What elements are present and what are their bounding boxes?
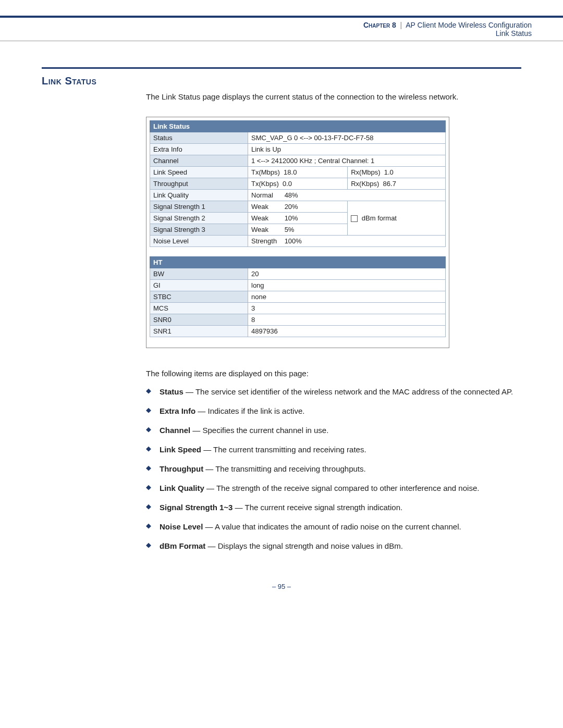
ht-row-label: GI [150, 280, 248, 291]
list-item: Extra Info — Indicates if the link is ac… [146, 405, 521, 416]
link-quality-value: Normal 48% [248, 190, 446, 201]
item-term: Throughput [160, 464, 203, 473]
item-desc: — The current receive signal strength in… [232, 503, 402, 512]
ss2-pct: 10% [285, 214, 298, 222]
dbm-label: dBm format [362, 214, 397, 222]
link-quality-label: Link Quality [150, 190, 248, 201]
ht-row-value: none [248, 291, 446, 303]
link-status-panel: Link Status Status SMC_VAP_G 0 <--> 00-1… [146, 117, 449, 348]
dbm-checkbox[interactable] [351, 215, 358, 222]
noise-value: Strength 100% [248, 236, 446, 247]
link-quality-q: Normal [251, 191, 283, 199]
item-desc: — The transmitting and receiving through… [203, 464, 366, 473]
item-term: Extra Info [160, 406, 195, 415]
ht-row-label: SNR0 [150, 314, 248, 326]
item-term: Channel [160, 426, 190, 435]
list-item: Signal Strength 1~3 — The current receiv… [146, 502, 521, 513]
ss2-q: Weak [251, 214, 283, 222]
ss2-value: Weak 10% [248, 213, 348, 224]
list-item: Throughput — The transmitting and receiv… [146, 463, 521, 474]
item-term: dBm Format [160, 541, 205, 550]
ht-row-value: 20 [248, 268, 446, 280]
link-quality-pct: 48% [285, 191, 298, 199]
chapter-label: Chapter 8 [363, 21, 396, 29]
ht-row-value: 4897936 [248, 326, 446, 337]
link-status-table: Link Status Status SMC_VAP_G 0 <--> 00-1… [150, 120, 446, 337]
item-desc: — The service set identifier of the wire… [183, 387, 513, 396]
ss3-pct: 5% [285, 226, 295, 233]
items-section: The following items are displayed on thi… [146, 369, 521, 551]
ht-row-value: 8 [248, 314, 446, 326]
ss1-q: Weak [251, 203, 283, 211]
item-term: Signal Strength 1~3 [160, 503, 232, 512]
status-value: SMC_VAP_G 0 <--> 00-13-F7-DC-F7-58 [248, 132, 446, 144]
link-speed-label: Link Speed [150, 167, 248, 178]
header-subtitle: Link Status [496, 29, 532, 38]
page-number: – 95 – [0, 583, 563, 590]
ss1-label: Signal Strength 1 [150, 201, 248, 213]
noise-label: Noise Level [150, 236, 248, 247]
ss3-q: Weak [251, 226, 283, 233]
extra-info-label: Extra Info [150, 144, 248, 155]
section-intro: The Link Status page displays the curren… [146, 92, 521, 101]
link-status-header: Link Status [150, 121, 446, 132]
ht-row-label: BW [150, 268, 248, 280]
ss2-label: Signal Strength 2 [150, 213, 248, 224]
items-intro: The following items are displayed on thi… [146, 369, 521, 378]
noise-q: Strength [251, 237, 283, 245]
item-desc: — A value that indicates the amount of r… [203, 522, 461, 531]
item-term: Noise Level [160, 522, 203, 531]
channel-value: 1 <--> 2412000 KHz ; Central Channel: 1 [248, 155, 446, 167]
list-item: Channel — Specifies the current channel … [146, 425, 521, 436]
ht-row-label: MCS [150, 303, 248, 314]
ht-row-label: STBC [150, 291, 248, 303]
ss1-pct: 20% [285, 203, 298, 211]
list-item: Link Quality — The strength of the recei… [146, 483, 521, 493]
ss3-value: Weak 5% [248, 224, 348, 236]
ht-header: HT [150, 257, 446, 268]
extra-info-value: Link is Up [248, 144, 446, 155]
noise-pct: 100% [285, 237, 302, 245]
item-term: Status [160, 387, 183, 396]
item-term: Link Speed [160, 445, 201, 454]
section-title: Link Status [42, 75, 521, 87]
item-desc: — The strength of the receive signal com… [204, 484, 480, 492]
item-term: Link Quality [160, 484, 204, 492]
ht-row-label: SNR1 [150, 326, 248, 337]
throughput-tx: Tx(Kbps) 0.0 [248, 178, 348, 190]
section-rule [42, 67, 521, 69]
item-desc: — Displays the signal strength and noise… [205, 541, 403, 550]
link-speed-rx: Rx(Mbps) 1.0 [348, 167, 446, 178]
list-item: Status — The service set identifier of t… [146, 386, 521, 397]
item-desc: — The current transmitting and receiving… [201, 445, 366, 454]
status-label: Status [150, 132, 248, 144]
list-item: dBm Format — Displays the signal strengt… [146, 540, 521, 551]
throughput-rx: Rx(Kbps) 86.7 [348, 178, 446, 190]
link-speed-tx: Tx(Mbps) 18.0 [248, 167, 348, 178]
page-header: Chapter 8 | AP Client Mode Wireless Conf… [0, 16, 563, 41]
list-item: Link Speed — The current transmitting an… [146, 444, 521, 455]
chapter-title: AP Client Mode Wireless Configuration [406, 21, 532, 29]
dbm-cell: dBm format [348, 201, 446, 236]
ht-row-value: 3 [248, 303, 446, 314]
ht-row-value: long [248, 280, 446, 291]
header-separator: | [400, 21, 402, 29]
ss3-label: Signal Strength 3 [150, 224, 248, 236]
item-desc: — Indicates if the link is active. [195, 406, 304, 415]
ss1-value: Weak 20% [248, 201, 348, 213]
items-list: Status — The service set identifier of t… [146, 386, 521, 551]
throughput-label: Throughput [150, 178, 248, 190]
item-desc: — Specifies the current channel in use. [190, 426, 328, 435]
list-item: Noise Level — A value that indicates the… [146, 521, 521, 532]
channel-label: Channel [150, 155, 248, 167]
